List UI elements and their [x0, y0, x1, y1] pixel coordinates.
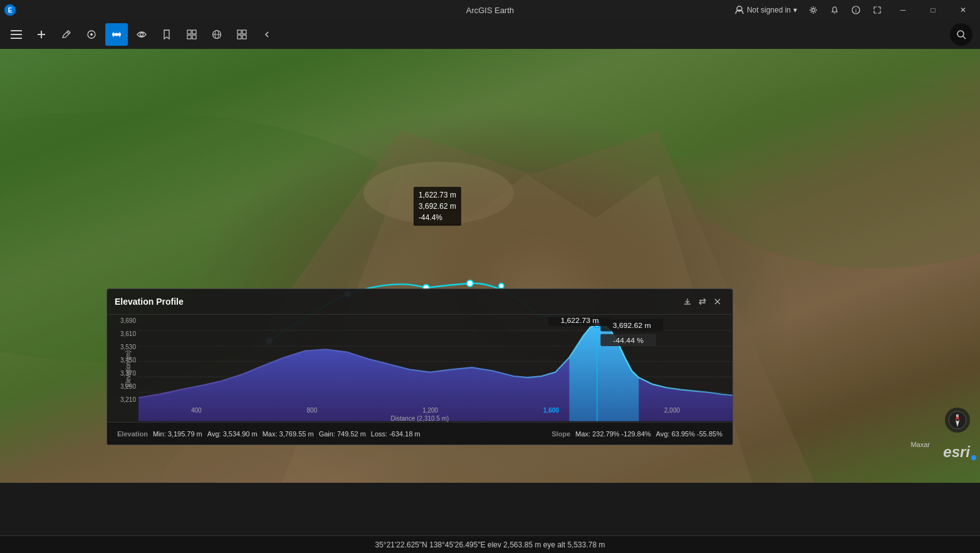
- x-label-4: 1,600: [543, 407, 559, 414]
- svg-rect-7: [11, 34, 22, 35]
- notifications-icon[interactable]: [825, 0, 845, 20]
- app-icon: E: [0, 0, 20, 20]
- maximize-button[interactable]: □: [919, 0, 947, 20]
- not-signed-in-text: Not signed in: [747, 6, 791, 14]
- globe-button[interactable]: [206, 23, 228, 46]
- elevation-chart-area: 1,622.73 m 3,692.62 m -44.44 % 3,690 3,6…: [107, 315, 732, 422]
- svg-line-28: [963, 36, 966, 39]
- svg-rect-6: [11, 30, 22, 31]
- svg-rect-8: [11, 38, 22, 39]
- svg-point-33: [363, 162, 514, 224]
- y-label-1: 3,690: [107, 317, 136, 324]
- menu-button[interactable]: [5, 23, 28, 46]
- elevation-profile-footer: Elevation Min: 3,195.79 m Avg: 3,534.90 …: [107, 422, 732, 445]
- svg-point-15: [140, 33, 143, 36]
- y-label-2: 3,610: [107, 330, 136, 337]
- svg-rect-23: [237, 30, 241, 34]
- y-label-4: 3,450: [107, 357, 136, 364]
- bookmark-button[interactable]: [155, 23, 178, 46]
- svg-rect-16: [187, 30, 191, 34]
- elevation-profile-header: Elevation Profile: [107, 289, 732, 315]
- svg-point-30: [689, 80, 980, 268]
- swap-button[interactable]: [695, 294, 710, 309]
- info-icon[interactable]: i: [846, 0, 866, 20]
- svg-rect-24: [242, 30, 246, 34]
- svg-text:1,622.73 m: 1,622.73 m: [561, 317, 599, 324]
- signin-button[interactable]: Not signed in ▾: [729, 5, 802, 15]
- x-label-2: 800: [307, 407, 318, 414]
- elevation-profile-title: Elevation Profile: [115, 297, 680, 307]
- x-label-5: 2,000: [664, 407, 680, 414]
- titlebar: E ArcGIS Earth Not signed in ▾ i ─ □ ✕: [0, 0, 980, 20]
- settings-icon[interactable]: [803, 0, 823, 20]
- app-title: ArcGIS Earth: [466, 6, 514, 15]
- elev-avg: Avg: 3,534.90 m: [207, 430, 258, 438]
- slope-avg: Avg: 63.95% -55.85%: [656, 430, 722, 438]
- y-label-6: 3,290: [107, 383, 136, 390]
- svg-text:3,692.62 m: 3,692.62 m: [613, 321, 651, 330]
- statusbar: 35°21'22.625"N 138°45'26.495"E elev 2,56…: [0, 535, 980, 553]
- toolbar: [0, 20, 980, 49]
- search-button[interactable]: [950, 23, 972, 46]
- map-viewport[interactable]: 1,622.73 m 3,692.62 m -44.4% Elevation P…: [0, 49, 980, 483]
- svg-rect-26: [242, 35, 246, 39]
- maxar-attribution: Maxar: [910, 441, 930, 448]
- x-label-1: 400: [191, 407, 202, 414]
- svg-point-10: [90, 33, 93, 36]
- layers-button[interactable]: [180, 23, 203, 46]
- elevation-label: Elevation: [117, 430, 148, 438]
- y-label-3: 3,530: [107, 344, 136, 350]
- close-button[interactable]: ✕: [949, 0, 977, 20]
- svg-rect-25: [237, 35, 241, 39]
- elev-min: Min: 3,195.79 m: [153, 430, 202, 438]
- x-label-3: 1,200: [422, 407, 438, 414]
- elevation-profile-panel: Elevation Profile: [107, 288, 733, 445]
- fullscreen-icon[interactable]: [867, 0, 887, 20]
- y-axis: 3,690 3,610 3,530 3,450 3,370 3,290 3,21…: [107, 315, 138, 403]
- status-dot: [971, 455, 976, 460]
- minimize-button[interactable]: ─: [889, 0, 917, 20]
- grid-button[interactable]: [231, 23, 253, 46]
- y-axis-title: Elevation (m): [125, 350, 132, 387]
- svg-text:-44.44 %: -44.44 %: [613, 336, 644, 345]
- x-axis-title: Distance (2,310.5 m): [107, 415, 732, 422]
- coordinates-display: 35°21'22.625"N 138°45'26.495"E elev 2,56…: [375, 540, 605, 549]
- svg-text:i: i: [855, 8, 857, 14]
- svg-rect-17: [192, 30, 196, 34]
- elev-max: Max: 3,769.55 m: [263, 430, 314, 438]
- y-label-7: 3,210: [107, 396, 136, 403]
- svg-text:E: E: [8, 7, 13, 14]
- y-label-5: 3,370: [107, 370, 136, 377]
- close-elevation-button[interactable]: [710, 294, 725, 309]
- esri-branding: esri: [943, 443, 970, 461]
- add-button[interactable]: [30, 23, 53, 46]
- svg-rect-18: [187, 35, 191, 39]
- elev-loss: Loss: -634.18 m: [371, 430, 420, 438]
- elev-gain: Gain: 749.52 m: [319, 430, 366, 438]
- sketch-button[interactable]: [55, 23, 78, 46]
- collapse-toolbar-button[interactable]: [256, 23, 278, 46]
- export-button[interactable]: [680, 294, 695, 309]
- compass-widget[interactable]: N: [945, 408, 970, 433]
- slope-max: Max: 232.79% -129.84%: [575, 430, 650, 438]
- measure-area-button[interactable]: [80, 23, 103, 46]
- svg-point-27: [957, 31, 964, 37]
- measure-line-button[interactable]: [105, 23, 128, 46]
- svg-rect-19: [192, 35, 196, 39]
- svg-text:N: N: [956, 414, 959, 418]
- visibility-button[interactable]: [130, 23, 153, 46]
- slope-label: Slope: [551, 430, 570, 438]
- svg-point-3: [812, 9, 815, 12]
